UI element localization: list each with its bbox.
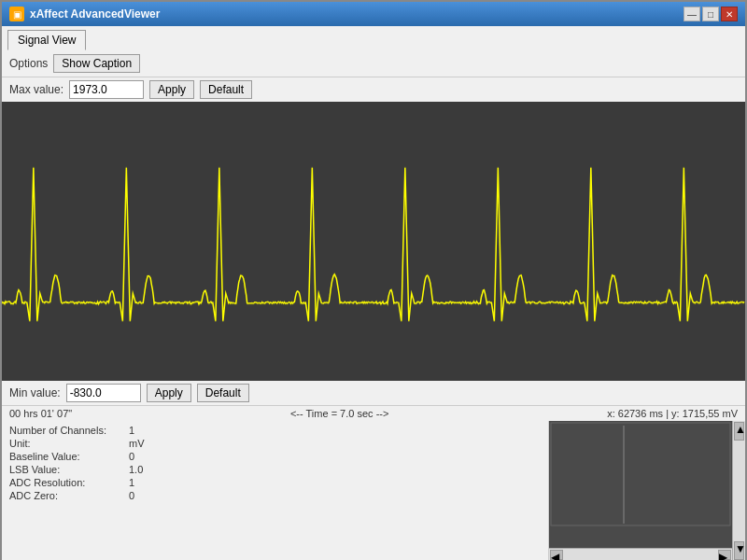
scrollbar-track-v[interactable] <box>733 441 745 540</box>
info-key: Number of Channels: <box>9 425 121 436</box>
info-panel: Number of Channels:1Unit:mVBaseline Valu… <box>2 421 549 560</box>
min-default-button[interactable]: Default <box>197 384 249 402</box>
mini-chart-canvas[interactable] <box>549 421 732 548</box>
max-value-label: Max value: <box>9 83 63 96</box>
info-val: mV <box>129 438 145 449</box>
info-key: LSB Value: <box>9 464 121 475</box>
info-row: LSB Value:1.0 <box>9 464 541 475</box>
scrollbar-down-button[interactable]: ▼ <box>734 541 744 560</box>
signal-chart <box>2 102 745 381</box>
info-val: 0 <box>129 451 134 462</box>
coordinates: x: 62736 ms | y: 1715,55 mV <box>607 408 738 419</box>
info-key: ADC Zero: <box>9 490 121 501</box>
options-label: Options <box>9 57 48 70</box>
min-value-input[interactable] <box>66 384 141 402</box>
max-default-button[interactable]: Default <box>200 80 252 99</box>
status-bar: 00 hrs 01' 07" <-- Time = 7.0 sec --> x:… <box>2 405 745 421</box>
info-key: Unit: <box>9 438 121 449</box>
title-controls: — □ ✕ <box>684 7 738 21</box>
info-row: Unit:mV <box>9 438 541 449</box>
info-val: 1 <box>129 477 134 488</box>
signal-canvas[interactable] <box>2 102 745 381</box>
content-area: Signal View Options Show Caption Max val… <box>2 26 745 560</box>
info-val: 0 <box>129 490 134 501</box>
minimize-button[interactable]: — <box>684 7 700 21</box>
info-row: Baseline Value:0 <box>9 451 541 462</box>
mini-chart-panel: ▲ ▼ ◀ ▶ <box>549 421 745 560</box>
min-value-label: Min value: <box>9 386 61 399</box>
info-val: 1 <box>129 425 134 436</box>
scrollbar-right-button[interactable]: ▶ <box>718 550 731 560</box>
scrollbar-track-h[interactable] <box>564 549 717 560</box>
time-marker: <-- Time = 7.0 sec --> <box>290 408 388 419</box>
info-row: ADC Resolution:1 <box>9 477 541 488</box>
info-key: Baseline Value: <box>9 451 121 462</box>
main-window: ▣ xAffect AdvancedViewer — □ ✕ Signal Vi… <box>0 0 747 560</box>
app-icon: ▣ <box>9 7 24 21</box>
maximize-button[interactable]: □ <box>702 7 719 21</box>
max-value-input[interactable] <box>69 80 144 99</box>
close-button[interactable]: ✕ <box>721 7 738 21</box>
info-row: ADC Zero:0 <box>9 490 541 501</box>
title-bar: ▣ xAffect AdvancedViewer — □ ✕ <box>2 2 745 26</box>
tabs-bar: Signal View <box>2 26 745 50</box>
info-key: ADC Resolution: <box>9 477 121 488</box>
options-bar: Options Show Caption <box>2 50 745 77</box>
max-apply-button[interactable]: Apply <box>149 80 194 99</box>
show-caption-button[interactable]: Show Caption <box>53 54 140 73</box>
tab-signal-view[interactable]: Signal View <box>7 30 86 50</box>
time-elapsed: 00 hrs 01' 07" <box>9 408 72 419</box>
max-value-bar: Max value: Apply Default <box>2 77 745 102</box>
horizontal-scrollbar[interactable]: ◀ ▶ <box>549 548 732 560</box>
lower-section: Number of Channels:1Unit:mVBaseline Valu… <box>2 421 745 560</box>
min-value-bar: Min value: Apply Default <box>2 381 745 405</box>
min-apply-button[interactable]: Apply <box>147 384 191 402</box>
window-title: xAffect AdvancedViewer <box>30 7 160 21</box>
info-val: 1.0 <box>129 464 143 475</box>
scrollbar-left-button[interactable]: ◀ <box>550 550 563 560</box>
title-bar-left: ▣ xAffect AdvancedViewer <box>9 7 160 21</box>
info-row: Number of Channels:1 <box>9 425 541 436</box>
scrollbar-up-button[interactable]: ▲ <box>734 422 744 441</box>
vertical-scrollbar[interactable]: ▲ ▼ <box>732 421 745 560</box>
